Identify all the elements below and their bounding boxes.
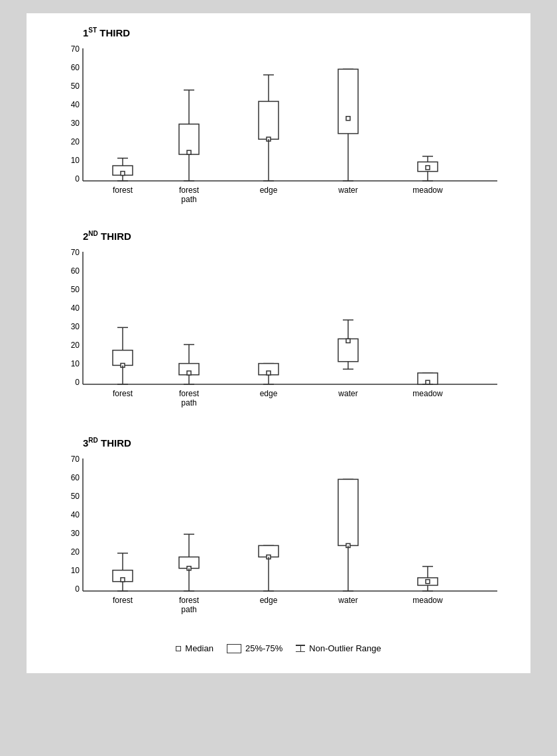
y-label-40: 40 <box>71 100 80 109</box>
legend-range: Non-Outlier Range <box>296 643 381 653</box>
svg-text:water: water <box>338 596 357 605</box>
svg-text:forest: forest <box>179 389 200 398</box>
svg-text:50: 50 <box>71 285 80 294</box>
boxplot-forest-3: forest <box>113 553 133 605</box>
legend-median-label: Median <box>185 643 214 653</box>
svg-text:edge: edge <box>260 596 278 605</box>
svg-rect-61 <box>267 371 271 375</box>
y-label-70: 70 <box>71 44 80 54</box>
legend-quartile: 25%-75% <box>227 643 282 653</box>
svg-rect-11 <box>187 150 191 154</box>
chart-3-container: 3RD THIRD 70 60 50 40 30 20 10 0 <box>46 437 511 623</box>
svg-text:70: 70 <box>71 455 80 464</box>
svg-rect-113 <box>338 479 358 545</box>
svg-text:50: 50 <box>71 492 80 501</box>
chart-2-title: 2ND THIRD <box>83 230 511 242</box>
svg-rect-23 <box>338 69 358 133</box>
boxplot-meadow-1: meadow <box>412 156 443 195</box>
svg-text:water: water <box>338 389 357 398</box>
boxplot-forest-path-3: forest path <box>179 534 200 614</box>
page: 1ST THIRD 70 60 50 40 30 20 10 0 <box>27 13 530 673</box>
chart-1-title: 1ST THIRD <box>83 27 511 38</box>
xlabel-meadow-1: meadow <box>412 186 443 195</box>
svg-rect-121 <box>426 580 430 584</box>
svg-text:70: 70 <box>71 248 80 257</box>
svg-rect-10 <box>179 124 199 154</box>
xlabel-forest-1: forest <box>113 186 133 195</box>
svg-text:path: path <box>181 605 196 614</box>
chart-3-title: 3RD THIRD <box>83 437 511 449</box>
svg-text:forest: forest <box>113 596 133 605</box>
svg-text:30: 30 <box>71 529 80 538</box>
svg-text:path: path <box>181 195 196 204</box>
svg-rect-30 <box>426 166 430 170</box>
svg-rect-17 <box>259 101 278 139</box>
boxplot-water-2: water <box>338 320 358 398</box>
y-label-30: 30 <box>71 119 80 128</box>
xlabel-forest-path-1: forest <box>179 186 200 195</box>
legend-quartile-icon <box>227 644 241 653</box>
svg-text:60: 60 <box>71 473 80 482</box>
boxplot-meadow-3: meadow <box>412 567 443 605</box>
boxplot-meadow-2: meadow <box>412 373 443 398</box>
legend: Median 25%-75% Non-Outlier Range <box>46 643 511 653</box>
legend-quartile-label: 25%-75% <box>245 643 282 653</box>
svg-rect-92 <box>121 578 125 582</box>
svg-text:20: 20 <box>71 547 80 557</box>
boxplot-edge-2: edge <box>259 364 278 398</box>
y-label-50: 50 <box>71 81 80 91</box>
chart-2-container: 2ND THIRD 70 60 50 40 30 20 10 0 <box>46 230 511 417</box>
svg-text:0: 0 <box>75 584 80 594</box>
chart-1-svg: 70 60 50 40 30 20 10 0 <box>46 42 511 207</box>
boxplot-edge-3: edge <box>259 545 278 605</box>
boxplot-forest-1: forest <box>113 158 133 195</box>
svg-text:10: 10 <box>71 566 80 575</box>
chart-2-svg: 70 60 50 40 30 20 10 0 forest <box>46 245 511 414</box>
svg-text:meadow: meadow <box>412 596 443 605</box>
svg-text:60: 60 <box>71 266 80 276</box>
boxplot-edge-1: edge <box>259 75 278 195</box>
boxplot-forest-path-1: forest path <box>179 90 200 204</box>
svg-text:10: 10 <box>71 359 80 368</box>
svg-text:0: 0 <box>75 378 80 387</box>
boxplot-forest-2: forest <box>113 327 133 398</box>
svg-text:forest: forest <box>113 389 133 398</box>
svg-text:meadow: meadow <box>412 389 443 398</box>
svg-rect-68 <box>346 339 350 343</box>
y-label-10: 10 <box>71 156 80 165</box>
boxplot-forest-path-2: forest path <box>179 345 200 407</box>
svg-rect-75 <box>426 380 430 384</box>
svg-text:20: 20 <box>71 341 80 350</box>
xlabel-edge-1: edge <box>260 186 278 195</box>
chart-1-container: 1ST THIRD 70 60 50 40 30 20 10 0 <box>46 27 511 210</box>
chart-3-svg: 70 60 50 40 30 20 10 0 forest <box>46 452 511 621</box>
y-label-20: 20 <box>71 137 80 146</box>
y-label-0: 0 <box>75 174 80 184</box>
boxplot-water-1: water <box>338 69 358 195</box>
svg-rect-24 <box>346 117 350 121</box>
svg-text:40: 40 <box>71 510 80 519</box>
svg-text:40: 40 <box>71 303 80 313</box>
legend-range-icon <box>296 645 305 652</box>
y-label-60: 60 <box>71 63 80 72</box>
svg-text:forest: forest <box>179 596 200 605</box>
svg-rect-53 <box>187 371 191 375</box>
svg-rect-5 <box>121 172 125 176</box>
svg-text:path: path <box>181 398 196 407</box>
legend-median-icon <box>176 646 181 651</box>
legend-median: Median <box>176 643 214 653</box>
legend-range-label: Non-Outlier Range <box>309 643 381 653</box>
boxplot-water-3: water <box>338 479 358 605</box>
svg-text:30: 30 <box>71 322 80 331</box>
svg-text:edge: edge <box>260 389 278 398</box>
xlabel-water-1: water <box>338 186 357 195</box>
